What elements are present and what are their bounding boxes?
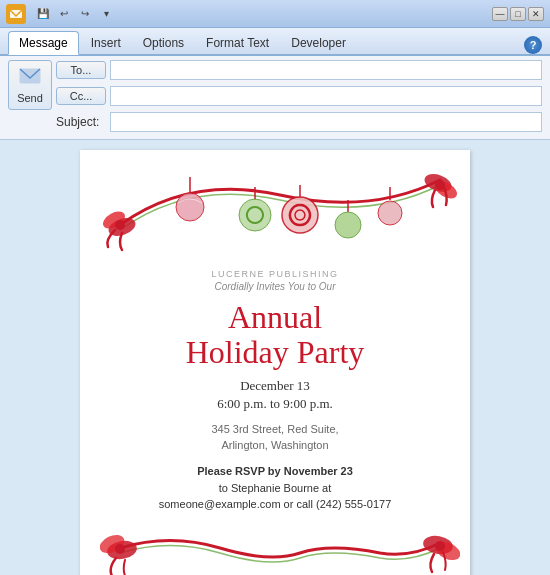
tab-format-text[interactable]: Format Text bbox=[196, 32, 279, 54]
bottom-decoration bbox=[80, 523, 470, 575]
maximize-btn[interactable]: □ bbox=[510, 7, 526, 21]
svg-point-5 bbox=[115, 220, 125, 230]
quick-access-toolbar: 💾 ↩ ↪ ▾ bbox=[34, 6, 115, 22]
svg-point-14 bbox=[282, 197, 318, 233]
party-address: 345 3rd Street, Red Suite, Arlington, Wa… bbox=[110, 422, 440, 453]
redo-btn[interactable]: ↪ bbox=[76, 6, 94, 22]
send-label: Send bbox=[17, 92, 43, 104]
rsvp-line2: someone@example.com or call (242) 555-01… bbox=[159, 498, 392, 510]
save-quick-btn[interactable]: 💾 bbox=[34, 6, 52, 22]
address-line1: 345 3rd Street, Red Suite, bbox=[211, 423, 338, 435]
close-btn[interactable]: ✕ bbox=[528, 7, 544, 21]
party-title-line1: Annual bbox=[228, 299, 322, 335]
cc-input[interactable] bbox=[110, 86, 542, 106]
to-row: To... bbox=[56, 60, 542, 80]
tab-options[interactable]: Options bbox=[133, 32, 194, 54]
svg-point-10 bbox=[176, 193, 204, 221]
send-row: Send To... Cc... Subject: bbox=[8, 60, 542, 135]
to-button[interactable]: To... bbox=[56, 61, 106, 79]
svg-point-24 bbox=[435, 541, 445, 551]
to-input[interactable] bbox=[110, 60, 542, 80]
party-time: 6:00 p.m. to 9:00 p.m. bbox=[110, 396, 440, 412]
tab-insert[interactable]: Insert bbox=[81, 32, 131, 54]
more-btn[interactable]: ▾ bbox=[97, 6, 115, 22]
publisher-name: LUCERNE PUBLISHING bbox=[110, 269, 440, 279]
tab-message[interactable]: Message bbox=[8, 31, 79, 55]
title-bar-left: 💾 ↩ ↪ ▾ bbox=[6, 4, 115, 24]
svg-point-16 bbox=[335, 212, 361, 238]
invitation-content: LUCERNE PUBLISHING Cordially Invites You… bbox=[80, 264, 470, 523]
send-icon bbox=[19, 67, 41, 90]
undo-btn[interactable]: ↩ bbox=[55, 6, 73, 22]
invite-line: Cordially Invites You to Our bbox=[110, 281, 440, 292]
rsvp-bold: Please RSVP by November 23 bbox=[197, 465, 353, 477]
svg-point-12 bbox=[239, 199, 271, 231]
rsvp-line1: to Stephanie Bourne at bbox=[219, 482, 332, 494]
ribbon: Message Insert Options Format Text Devel… bbox=[0, 28, 550, 56]
window-controls: — □ ✕ bbox=[492, 7, 544, 21]
svg-point-18 bbox=[378, 201, 402, 225]
email-form: Send To... Cc... Subject: bbox=[0, 56, 550, 140]
party-date: December 13 bbox=[110, 378, 440, 394]
ribbon-tabs: Message Insert Options Format Text Devel… bbox=[0, 28, 550, 54]
bottom-ornament-svg bbox=[100, 528, 460, 575]
subject-row: Subject: bbox=[56, 112, 542, 132]
party-title: Annual Holiday Party bbox=[110, 300, 440, 370]
address-line2: Arlington, Washington bbox=[221, 439, 328, 451]
party-title-line2: Holiday Party bbox=[186, 334, 365, 370]
tab-developer[interactable]: Developer bbox=[281, 32, 356, 54]
subject-input[interactable] bbox=[110, 112, 542, 132]
subject-label: Subject: bbox=[56, 113, 106, 131]
invitation-card: LUCERNE PUBLISHING Cordially Invites You… bbox=[80, 150, 470, 575]
svg-point-21 bbox=[115, 544, 125, 554]
rsvp-info: Please RSVP by November 23 to Stephanie … bbox=[110, 463, 440, 513]
cc-row: Cc... bbox=[56, 86, 542, 106]
help-icon[interactable]: ? bbox=[524, 36, 542, 54]
minimize-btn[interactable]: — bbox=[492, 7, 508, 21]
email-fields: To... Cc... Subject: bbox=[56, 60, 542, 135]
cc-button[interactable]: Cc... bbox=[56, 87, 106, 105]
app-icon bbox=[6, 4, 26, 24]
top-decoration bbox=[80, 150, 470, 264]
top-ornament-svg bbox=[100, 165, 460, 255]
send-button[interactable]: Send bbox=[8, 60, 52, 110]
email-body: LUCERNE PUBLISHING Cordially Invites You… bbox=[0, 140, 550, 575]
title-bar: 💾 ↩ ↪ ▾ — □ ✕ bbox=[0, 0, 550, 28]
